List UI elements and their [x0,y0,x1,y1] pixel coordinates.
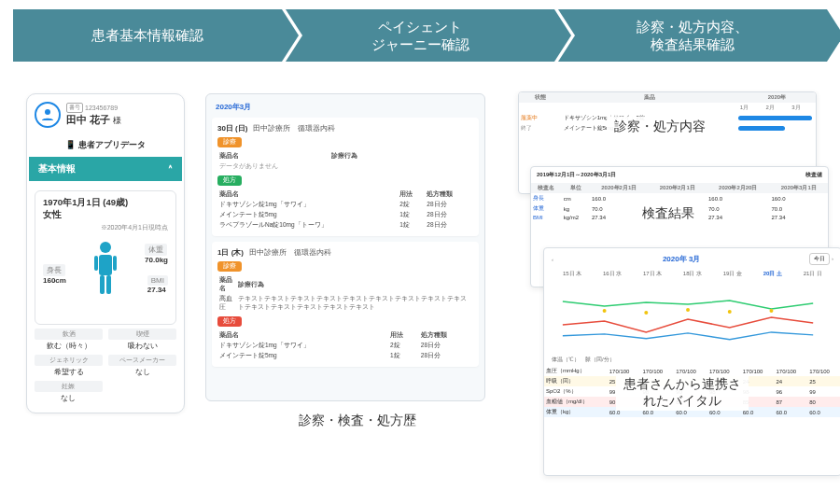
shinryo-tag: 診療 [217,261,242,272]
svg-point-9 [686,308,690,312]
step-2: ペイシェント ジャーニー確認 [286,9,554,62]
patient-journey-panel: 2020年3月 30日 (日)田中診療所 循環器内科 診療 薬品名診療行為 デー… [205,93,485,401]
metric-height: 身長 160cm [43,264,66,285]
name-suffix: 様 [113,116,121,125]
pair-smoke: 喫煙吸わない [108,329,176,351]
svg-point-7 [603,309,607,313]
svg-rect-4 [113,256,117,271]
svg-point-0 [45,109,50,115]
today-button[interactable]: 今日 [809,253,830,265]
svg-point-8 [644,311,648,315]
journey-caption: 診察・検査・処方歴 [299,413,416,429]
metric-bmi: BMI 27.34 [147,275,168,294]
pair-pacemaker: ペースメーカーなし [108,355,176,377]
svg-rect-3 [94,256,98,271]
avatar-icon [35,102,61,128]
caption-labresults: 検査結果 [635,203,702,224]
patient-id: 123456789 [85,105,118,111]
phone-icon: 📱 [65,140,76,149]
svg-rect-2 [99,255,112,275]
chevron-up-icon: ˄ [168,164,173,175]
step-chevrons: 患者基本情報確認 ペイシェント ジャーニー確認 診察・処方内容、 検査結果確認 [0,0,840,71]
journey-entry: 1日 (木)田中診療所 循環器内科 診療 薬品名診療行為 高血圧テキストテキスト… [212,242,479,367]
patient-vitals-card: ‹ 2020年 3月 今日 › 15日 木16日 水17日 木18日 水19日 … [543,247,840,476]
basic-info-tab[interactable]: 基本情報 ˄ [29,157,182,181]
svg-point-10 [728,310,732,314]
svg-point-11 [769,309,773,313]
caption-vitals: 患者さんから連携さ れたバイタル [616,373,749,411]
body-figure-icon [91,240,119,308]
svg-rect-6 [106,275,111,294]
pair-drink: 飲酒飲む（時々） [35,329,103,351]
id-badge: 番号 [66,103,83,113]
shohou-tag: 処方 [217,175,242,186]
metric-weight: 体重 70.0kg [145,244,168,264]
next-month-icon[interactable]: › [832,256,833,261]
svg-rect-5 [100,275,105,294]
patient-card: 番号123456789 田中 花子 様 📱患者アプリデータ 基本情報 ˄ 197… [26,93,185,413]
shohou-tag: 処方 [217,316,242,327]
dob-gender: 1970年1月1日 (49歳) 女性 [43,197,168,221]
step-3: 診察・処方内容、 検査結果確認 [558,9,827,62]
step-1: 患者基本情報確認 [13,9,282,62]
vitals-month[interactable]: 2020年 3月 [663,254,700,264]
caption-prescription: 診察・処方内容 [607,117,713,137]
prev-month-icon[interactable]: ‹ [552,257,553,262]
journey-entry: 30日 (日)田中診療所 循環器内科 診療 薬品名診療行為 データがありません … [212,118,479,236]
as-of-date: ※2020年4月1日現時点 [43,223,168,232]
shinryo-tag: 診療 [217,137,242,147]
patient-name: 田中 花子 [66,114,110,125]
pair-pregnancy: 妊娠なし [35,381,103,403]
pair-generic: ジェネリック希望する [35,355,103,377]
journey-month: 2020年3月 [216,102,475,112]
svg-point-1 [100,242,111,253]
app-data-link[interactable]: 📱患者アプリデータ [27,139,184,151]
vitals-chart [544,278,840,353]
